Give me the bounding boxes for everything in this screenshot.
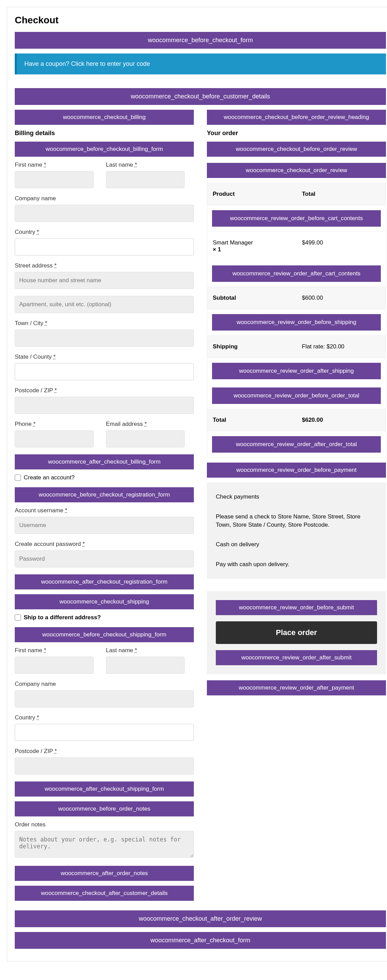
shipping-first-name-input[interactable] bbox=[15, 657, 94, 674]
payment-cod-title[interactable]: Cash on delivery bbox=[216, 540, 377, 549]
billing-phone-input[interactable] bbox=[15, 430, 94, 447]
hook-before-payment: woocommerce_review_order_before_payment bbox=[207, 463, 386, 478]
hook-after-order-review: woocommerce_checkout_after_order_review bbox=[15, 910, 386, 927]
billing-company-label: Company name bbox=[15, 195, 194, 202]
billing-phone-label: Phone * bbox=[15, 421, 94, 428]
coupon-notice[interactable]: Have a coupon? Click here to enter your … bbox=[15, 54, 386, 75]
hook-checkout-billing: woocommerce_checkout_billing bbox=[15, 110, 194, 125]
billing-country-label: Country * bbox=[15, 229, 194, 235]
product-name-cell: Smart Manager × 1 bbox=[207, 232, 296, 261]
place-order-button[interactable]: Place order bbox=[216, 621, 377, 644]
product-total-cell: $499.00 bbox=[296, 232, 385, 261]
subtotal-value: $600.00 bbox=[296, 287, 385, 309]
order-notes-input[interactable] bbox=[15, 831, 194, 858]
hook-after-shipping-form: woocommerce_after_checkout_shipping_form bbox=[15, 781, 194, 797]
billing-heading: Billing details bbox=[15, 130, 194, 137]
billing-postcode-input[interactable] bbox=[15, 397, 194, 414]
billing-country-input[interactable] bbox=[15, 238, 194, 255]
payment-methods: Check payments Please send a check to St… bbox=[207, 482, 386, 579]
hook-after-payment: woocommerce_review_order_after_payment bbox=[207, 680, 386, 695]
ship-different-checkbox[interactable] bbox=[15, 614, 21, 620]
product-header: Product bbox=[207, 183, 296, 205]
hook-after-shipping: woocommerce_review_order_after_shipping bbox=[212, 363, 381, 379]
hook-before-shipping-form: woocommerce_before_checkout_shipping_for… bbox=[15, 627, 194, 642]
hook-before-review-heading: woocommerce_checkout_before_order_review… bbox=[207, 110, 386, 125]
hook-before-submit: woocommerce_review_order_before_submit bbox=[216, 600, 377, 615]
hook-before-order-notes: woocommerce_before_order_notes bbox=[15, 801, 194, 816]
billing-first-name-input[interactable] bbox=[15, 171, 94, 188]
shipping-last-name-input[interactable] bbox=[106, 657, 185, 674]
billing-postcode-label: Postcode / ZIP * bbox=[15, 387, 194, 394]
billing-street-label: Street address * bbox=[15, 262, 194, 269]
hook-after-order-notes: woocommerce_after_order_notes bbox=[15, 866, 194, 881]
subtotal-label: Subtotal bbox=[207, 287, 296, 309]
order-notes-label: Order notes bbox=[15, 821, 194, 828]
shipping-company-input[interactable] bbox=[15, 690, 194, 707]
shipping-postcode-label: Postcode / ZIP * bbox=[15, 748, 194, 755]
shipping-label: Shipping bbox=[207, 336, 296, 358]
payment-cod-desc: Pay with cash upon delivery. bbox=[216, 560, 377, 568]
hook-checkout-shipping: woocommerce_checkout_shipping bbox=[15, 594, 194, 609]
hook-before-billing-form: woocommerce_before_checkout_billing_form bbox=[15, 142, 194, 157]
billing-last-name-label: Last name * bbox=[106, 162, 185, 169]
shipping-first-name-label: First name * bbox=[15, 647, 94, 654]
billing-town-input[interactable] bbox=[15, 329, 194, 347]
ship-different-label: Ship to a different address? bbox=[24, 614, 101, 621]
hook-after-cart-contents: woocommerce_review_order_after_cart_cont… bbox=[212, 266, 381, 282]
billing-street2-input[interactable] bbox=[15, 296, 194, 313]
hook-after-order-total: woocommerce_review_order_after_order_tot… bbox=[212, 436, 381, 453]
billing-street-input[interactable] bbox=[15, 272, 194, 289]
account-password-input[interactable] bbox=[15, 550, 194, 568]
hook-before-checkout-form: woocommerce_before_checkout_form bbox=[15, 32, 386, 49]
shipping-company-label: Company name bbox=[15, 681, 194, 687]
shipping-postcode-input[interactable] bbox=[15, 757, 194, 775]
billing-first-name-label: First name * bbox=[15, 162, 94, 169]
billing-company-input[interactable] bbox=[15, 205, 194, 222]
account-username-input[interactable] bbox=[15, 517, 194, 534]
hook-after-registration: woocommerce_after_checkout_registration_… bbox=[15, 574, 194, 589]
create-account-label: Create an account? bbox=[24, 474, 75, 481]
hook-after-billing-form: woocommerce_after_checkout_billing_form bbox=[15, 454, 194, 469]
billing-email-label: Email address * bbox=[106, 421, 185, 428]
payment-check-desc: Please send a check to Store Name, Store… bbox=[216, 512, 377, 529]
hook-after-customer-details: woocommerce_checkout_after_customer_deta… bbox=[15, 886, 194, 901]
billing-email-input[interactable] bbox=[106, 430, 185, 447]
hook-before-order-total: woocommerce_review_order_before_order_to… bbox=[212, 388, 381, 404]
hook-before-order-review: woocommerce_checkout_before_order_review bbox=[207, 142, 386, 157]
billing-state-input[interactable] bbox=[15, 363, 194, 380]
total-header: Total bbox=[296, 183, 385, 205]
hook-before-shipping: woocommerce_review_order_before_shipping bbox=[212, 314, 381, 331]
total-value: $620.00 bbox=[296, 409, 385, 431]
billing-town-label: Town / City * bbox=[15, 320, 194, 327]
create-account-checkbox[interactable] bbox=[15, 474, 21, 481]
total-label: Total bbox=[207, 409, 296, 431]
order-review-table: Product Total woocommerce_review_order_b… bbox=[207, 183, 386, 458]
shipping-country-label: Country * bbox=[15, 714, 194, 721]
hook-before-cart-contents: woocommerce_review_order_before_cart_con… bbox=[212, 210, 381, 227]
hook-before-customer-details: woocommerce_checkout_before_customer_det… bbox=[15, 88, 386, 105]
hook-before-registration: woocommerce_before_checkout_registration… bbox=[15, 487, 194, 502]
shipping-country-input[interactable] bbox=[15, 724, 194, 741]
hook-after-submit: woocommerce_review_order_after_submit bbox=[216, 650, 377, 665]
hook-after-checkout-form: woocommerce_after_checkout_form bbox=[15, 932, 386, 949]
account-username-label: Account username * bbox=[15, 507, 194, 514]
shipping-last-name-label: Last name * bbox=[106, 647, 185, 654]
shipping-value: Flat rate: $20.00 bbox=[296, 336, 385, 358]
payment-check-title[interactable]: Check payments bbox=[216, 493, 377, 501]
hook-order-review: woocommerce_checkout_order_review bbox=[207, 163, 386, 178]
order-heading: Your order bbox=[207, 130, 386, 137]
page-title: Checkout bbox=[15, 15, 386, 26]
billing-state-label: State / County * bbox=[15, 353, 194, 360]
billing-last-name-input[interactable] bbox=[106, 171, 185, 188]
account-password-label: Create account password * bbox=[15, 541, 194, 547]
